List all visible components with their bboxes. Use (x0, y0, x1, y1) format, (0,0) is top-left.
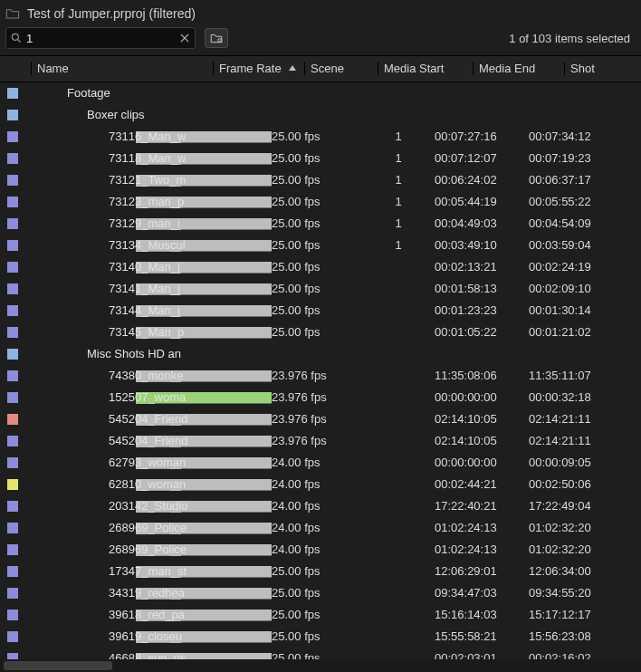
label-swatch[interactable] (7, 305, 18, 316)
bin-row[interactable]: Footage (0, 82, 641, 104)
name-cell[interactable]: 545204_Friend (31, 412, 272, 426)
label-swatch[interactable] (7, 153, 18, 164)
name-cell[interactable]: 73121_Two_m (31, 173, 272, 187)
label-swatch[interactable] (7, 370, 18, 381)
search-box[interactable] (5, 27, 196, 49)
column-frame-rate[interactable]: Frame Rate (213, 62, 304, 75)
name-cell[interactable]: 268969_Police (31, 542, 272, 556)
column-shot[interactable]: Shot (564, 62, 619, 75)
name-cell[interactable]: 152507_woma (31, 390, 272, 404)
label-swatch[interactable] (7, 240, 18, 251)
name-cell[interactable]: 545204_Friend (31, 434, 272, 447)
clip-row[interactable]: 17347_man_st25.00 fps12:06:29:0112:06:34… (0, 561, 641, 582)
name-cell[interactable]: 39619_closeu (31, 629, 272, 643)
name-cell[interactable]: 73129_man_i (31, 216, 272, 230)
clip-row[interactable]: 73134_Muscul25.00 fps100:03:49:1000:03:5… (0, 235, 641, 256)
name-cell[interactable]: 62810_woman (31, 477, 272, 491)
label-swatch[interactable] (7, 479, 18, 490)
label-swatch[interactable] (7, 218, 18, 229)
clip-row[interactable]: 73121_Two_m25.00 fps100:06:24:0200:06:37… (0, 169, 641, 191)
disclosure-triangle-icon[interactable] (51, 349, 62, 360)
horizontal-scroll-thumb[interactable] (4, 661, 112, 670)
column-media-end[interactable]: Media End (473, 62, 564, 75)
label-swatch[interactable] (7, 523, 18, 533)
name-cell[interactable]: 268969_Police (31, 521, 272, 534)
project-item-list[interactable]: FootageBoxer clips73116_Man_w25.00 fps10… (0, 82, 641, 660)
clip-row[interactable]: 268969_Police24.00 fps01:02:24:1301:02:3… (0, 539, 641, 561)
label-swatch[interactable] (7, 349, 18, 360)
label-swatch[interactable] (7, 414, 18, 425)
clip-row[interactable]: 39618_red_pa25.00 fps15:16:14:0315:17:12… (0, 604, 641, 626)
name-cell[interactable]: Boxer clips (31, 108, 232, 121)
column-name[interactable]: Name (31, 62, 213, 75)
name-cell[interactable]: Footage (31, 86, 212, 100)
name-cell[interactable]: 203142_Studio (31, 499, 272, 513)
name-cell[interactable]: 34319_redhea (31, 586, 272, 600)
clip-row[interactable]: 73123_man_p25.00 fps100:05:44:1900:05:55… (0, 191, 641, 213)
clear-search-icon[interactable] (178, 32, 191, 44)
label-swatch[interactable] (7, 631, 18, 642)
clip-row[interactable]: 73140_Man_j25.00 fps00:02:13:2100:02:24:… (0, 256, 641, 278)
clip-row[interactable]: 73141_Man_j25.00 fps00:01:58:1300:02:09:… (0, 278, 641, 300)
disclosure-triangle-icon[interactable] (51, 110, 62, 120)
clip-row[interactable]: 73145_Man_p25.00 fps00:01:05:2200:01:21:… (0, 322, 641, 343)
name-cell[interactable]: 73134_Muscul (31, 238, 272, 252)
clip-row[interactable]: 74380_monke23.976 fps11:35:08:0611:35:11… (0, 365, 641, 387)
clip-row[interactable]: 545204_Friend23.976 fps02:14:10:0502:14:… (0, 430, 641, 452)
label-swatch[interactable] (7, 566, 18, 577)
name-cell[interactable]: 73140_Man_j (31, 260, 272, 274)
label-swatch[interactable] (7, 110, 18, 120)
label-swatch[interactable] (7, 131, 18, 142)
label-swatch[interactable] (7, 457, 18, 468)
name-cell[interactable]: 73141_Man_j (31, 282, 272, 295)
search-input[interactable] (23, 32, 178, 45)
disclosure-triangle-icon[interactable] (31, 88, 42, 99)
media-end-cell: 02:14:21:11 (529, 412, 619, 426)
label-swatch[interactable] (7, 588, 18, 599)
clip-row[interactable]: 152507_woma23.976 fps00:00:00:0000:00:32… (0, 387, 641, 408)
clip-row[interactable]: 46688_sun_ris25.00 fps00:02:03:0100:02:1… (0, 648, 641, 660)
clip-row[interactable]: 203142_Studio24.00 fps17:22:40:2117:22:4… (0, 495, 641, 517)
name-cell[interactable]: 17347_man_st (31, 564, 272, 578)
bin-row[interactable]: Boxer clips (0, 104, 641, 126)
label-swatch[interactable] (7, 436, 18, 446)
name-cell[interactable]: 73144_Man_j (31, 303, 272, 317)
label-swatch[interactable] (7, 262, 18, 273)
clip-row[interactable]: 62793_woman24.00 fps00:00:00:0000:00:09:… (0, 452, 641, 474)
clip-row[interactable]: 62810_woman24.00 fps00:02:44:2100:02:50:… (0, 474, 641, 495)
media-start-cell: 00:05:44:19 (435, 195, 529, 208)
name-cell[interactable]: 73118_Man_w (31, 151, 272, 165)
label-swatch[interactable] (7, 283, 18, 294)
clip-row[interactable]: 545204_Friend23.976 fps02:14:10:0502:14:… (0, 408, 641, 430)
clip-row[interactable]: 268969_Police24.00 fps01:02:24:1301:02:3… (0, 517, 641, 539)
name-cell[interactable]: 73123_man_p (31, 195, 272, 208)
column-media-start[interactable]: Media Start (378, 62, 473, 75)
name-cell[interactable]: 73145_Man_p (31, 325, 272, 339)
name-cell[interactable]: 62793_woman (31, 456, 272, 469)
clip-row[interactable]: 73118_Man_w25.00 fps100:07:12:0700:07:19… (0, 148, 641, 169)
name-cell[interactable]: 46688_sun_ris (31, 651, 272, 659)
horizontal-scrollbar[interactable] (0, 659, 641, 672)
label-swatch[interactable] (7, 392, 18, 403)
clip-row[interactable]: 73144_Man_j25.00 fps00:01:23:2300:01:30:… (0, 300, 641, 322)
clip-row[interactable]: 73116_Man_w25.00 fps100:07:27:1600:07:34… (0, 126, 641, 148)
label-swatch[interactable] (7, 88, 18, 99)
label-swatch[interactable] (7, 197, 18, 207)
label-swatch[interactable] (7, 544, 18, 555)
label-swatch[interactable] (7, 175, 18, 186)
clip-row[interactable]: 39619_closeu25.00 fps15:55:58:2115:56:23… (0, 626, 641, 648)
label-swatch[interactable] (7, 653, 18, 660)
clip-row[interactable]: 34319_redhea25.00 fps09:34:47:0309:34:55… (0, 582, 641, 604)
name-cell[interactable]: Misc Shots HD an (31, 347, 232, 360)
column-scene[interactable]: Scene (304, 62, 378, 75)
clip-row[interactable]: 73129_man_i25.00 fps100:04:49:0300:04:54… (0, 213, 641, 235)
name-cell[interactable]: 73116_Man_w (31, 130, 272, 143)
label-swatch[interactable] (7, 501, 18, 512)
folder-icon (67, 348, 81, 360)
label-swatch[interactable] (7, 327, 18, 338)
label-swatch[interactable] (7, 610, 18, 620)
new-search-bin-button[interactable] (205, 28, 228, 48)
name-cell[interactable]: 39618_red_pa (31, 608, 272, 621)
name-cell[interactable]: 74380_monke (31, 369, 272, 382)
bin-row[interactable]: Misc Shots HD an (0, 343, 641, 365)
